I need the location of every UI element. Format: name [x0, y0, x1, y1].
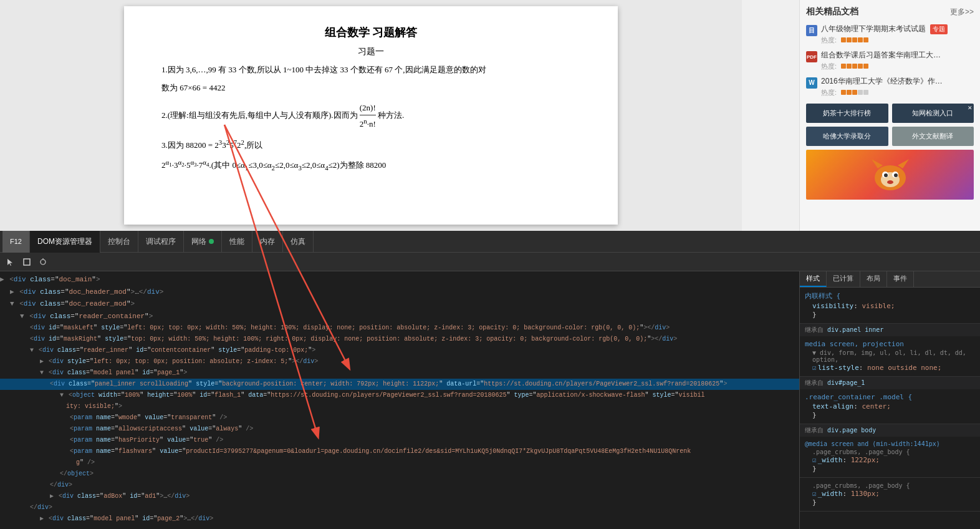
sidebar-promo-image — [806, 150, 974, 200]
document-page: 组合数学 习题解答 习题一 1.因为 3,6,…,99 有 33 个数,所以从 … — [124, 6, 618, 225]
dom-line-15b: g" /> — [0, 457, 799, 468]
tab-dom[interactable]: DOM资源管理器 — [30, 231, 100, 253]
square-icon[interactable] — [21, 256, 32, 268]
dom-line-6[interactable]: <div id="maskRight" style="top: 0px; wid… — [0, 334, 799, 345]
related-doc-3[interactable]: W 2016华南理工大学《经济数学》作… 热度: — [806, 76, 974, 97]
doc-para-4: 3.因为 88200 = 23325722,所以 — [161, 137, 580, 153]
dom-line-10[interactable]: <div class="panel_inner scrollLoading" s… — [0, 379, 799, 390]
media-rule-header: media screen, projection — [805, 340, 975, 348]
cursor-icon[interactable] — [5, 256, 16, 268]
styles-tab-styles[interactable]: 样式 — [800, 271, 827, 287]
svg-marker-2 — [898, 159, 909, 168]
devtools-content: ▶ <div class="doc_main"> ▶ <div class="d… — [0, 271, 980, 529]
ad-banner-1[interactable]: 奶茶十大排行榜 — [806, 104, 888, 123]
styles-tab-events[interactable]: 事件 — [887, 271, 914, 287]
dom-line-11[interactable]: ▼ <object width="100%" height="100%" id=… — [0, 390, 799, 401]
heat-bar-1 — [841, 37, 868, 42]
related-doc-1[interactable]: 目 八年级物理下学期期末考试试题 专题 热度: — [806, 24, 974, 45]
dom-line-18[interactable]: ▶ <div class="adBox" id="ad1">…</div> — [0, 491, 799, 502]
network-dot — [209, 239, 214, 244]
dom-line-19[interactable]: </div> — [0, 502, 799, 513]
dom-line-9[interactable]: ▼ <div class="model panel" id="page_1"> — [0, 367, 799, 379]
right-sidebar: 相关精品文档 更多>> 目 八年级物理下学期期末考试试题 专题 热度: — [799, 0, 980, 231]
styles-section-inline: 内联样式 { visibility: visible; } — [800, 288, 980, 324]
tab-f12[interactable]: F12 — [2, 231, 30, 253]
doc-icon-1: 目 — [806, 25, 817, 36]
doc-heat-3: 热度: — [821, 88, 974, 97]
inherited-label-3: 继承自 div.page body — [800, 424, 980, 437]
style-prop-close: } — [805, 311, 975, 319]
heat-bar-3 — [841, 90, 868, 95]
dom-line-1[interactable]: ▶ <div class="doc_main"> — [0, 274, 799, 286]
doc-title-1: 八年级物理下学期期末考试试题 专题 — [821, 24, 974, 34]
ad-banners: 奶茶十大排行榜 知网检测入口✕ 哈佛大学录取分 外文文献翻译 — [806, 104, 974, 146]
dom-line-3[interactable]: ▼ <div class="doc_reader_mod"> — [0, 298, 799, 311]
styles-section-reader: .reader_container .model { text-align: c… — [800, 389, 980, 424]
styles-section-media2: @media screen and (min-width:1441px) .pa… — [800, 437, 980, 478]
doc-title: 组合数学 习题解答 — [161, 25, 580, 40]
reader-rule-header: .reader_container .model { — [805, 393, 975, 401]
doc-para-3: 2.(理解:组与组没有先后,每组中人与人没有顺序).因而为 (2n)!2n·n!… — [161, 100, 580, 132]
tab-emulation[interactable]: 仿真 — [283, 231, 314, 253]
tab-debugger[interactable]: 调试程序 — [138, 231, 184, 253]
svg-point-7 — [894, 173, 898, 177]
sidebar-title: 相关精品文档 — [806, 6, 858, 17]
tab-memory[interactable]: 内存 — [252, 231, 283, 253]
dom-line-14[interactable]: <param name="hasPriority" value="true" /… — [0, 435, 799, 446]
svg-point-6 — [884, 173, 888, 177]
heat-bar-2 — [841, 64, 868, 69]
doc-subtitle: 习题一 — [161, 46, 580, 57]
svg-marker-1 — [872, 159, 883, 168]
style-prop-list: ☑list-style: none outside none; — [805, 364, 975, 372]
dom-line-4[interactable]: ▼ <div class="reader_container"> — [0, 311, 799, 323]
inline-style-header: 内联样式 { — [805, 291, 975, 301]
styles-tab-layout[interactable]: 布局 — [860, 271, 887, 287]
doc-content: 1.因为 3,6,…,99 有 33 个数,所以从 1~100 中去掉这 33 … — [161, 62, 580, 174]
devtools-tab-bar: F12 DOM资源管理器 控制台 调试程序 网络 性能 内存 仿真 — [0, 231, 980, 253]
styles-tab-computed[interactable]: 已计算 — [827, 271, 860, 287]
inherited-label-1: 继承自 div.panel inner — [800, 324, 980, 336]
style-prop-width1: ☑_width: 1222px; — [805, 456, 975, 464]
dom-line-16[interactable]: </object> — [0, 468, 799, 480]
ad-banner-4[interactable]: 外文文献翻译 — [892, 127, 974, 146]
sidebar-more-link[interactable]: 更多>> — [950, 7, 974, 17]
devtools-panel: F12 DOM资源管理器 控制台 调试程序 网络 性能 内存 仿真 — [0, 231, 980, 529]
svg-point-11 — [41, 260, 46, 264]
dom-line-17[interactable]: </div> — [0, 480, 799, 491]
tab-network[interactable]: 网络 — [184, 231, 222, 253]
dom-line-20[interactable]: ▶ <div class="model panel" id="page_2">…… — [0, 513, 799, 525]
doc-icon-2: PDF — [806, 51, 817, 62]
style-prop-visibility: visibility: visible; — [805, 302, 975, 310]
svg-point-8 — [887, 180, 893, 184]
media2-rule-header: @media screen and (min-width:1441px) — [805, 440, 975, 447]
styles-section-media3: .page_crubms, .page_body { ☑_width: 1130… — [800, 478, 980, 512]
doc-para-2: 数为 67×66 = 4422 — [161, 80, 580, 95]
doc-para-5: 2α1·3α2·5α3·7α4.(其中 0≤α1≤3,0≤α2≤2,0≤α3≤2… — [161, 157, 580, 174]
related-doc-2[interactable]: PDF 组合数学课后习题答案华南理工大… 热度: — [806, 50, 974, 71]
dom-panel[interactable]: ▶ <div class="doc_main"> ▶ <div class="d… — [0, 271, 799, 529]
dom-line-11b: ity: visible;"> — [0, 401, 799, 412]
ad-banner-2[interactable]: 知网检测入口✕ — [892, 104, 974, 123]
dom-line-5[interactable]: <div id="maskLeft" style="left: 0px; top… — [0, 323, 799, 334]
sidebar-header: 相关精品文档 更多>> — [806, 6, 974, 17]
dom-line-8[interactable]: ▶ <div style="left: 0px; top: 0px; posit… — [0, 356, 799, 367]
styles-panel: 样式 已计算 布局 事件 内联样式 { visibility: visible;… — [799, 271, 980, 529]
dom-line-2[interactable]: ▶ <div class="doc_header_mod">…</div> — [0, 286, 799, 299]
dom-line-13[interactable]: <param name="allowscriptaccess" value="a… — [0, 424, 799, 435]
svg-rect-10 — [24, 259, 30, 265]
styles-section-media: media screen, projection ▼ div, form, im… — [800, 336, 980, 377]
dom-line-7[interactable]: ▼ <div class="reader_inner" id="contentc… — [0, 345, 799, 356]
tab-performance[interactable]: 性能 — [222, 231, 252, 253]
ad-banner-3[interactable]: 哈佛大学录取分 — [806, 127, 888, 146]
tab-console[interactable]: 控制台 — [100, 231, 138, 253]
doc-title-2: 组合数学课后习题答案华南理工大… — [821, 50, 974, 61]
devtools-toolbar — [0, 253, 980, 271]
doc-badge-1: 专题 — [930, 24, 948, 34]
doc-heat-1: 热度: — [821, 36, 974, 45]
eyedropper-icon[interactable] — [37, 256, 49, 268]
dom-line-12[interactable]: <param name="wmode" value="transparent" … — [0, 412, 799, 424]
doc-title-3: 2016华南理工大学《经济数学》作… — [821, 76, 974, 87]
doc-heat-2: 热度: — [821, 62, 974, 71]
document-area: 组合数学 习题解答 习题一 1.因为 3,6,…,99 有 33 个数,所以从 … — [0, 0, 742, 231]
dom-line-15[interactable]: <param name="flashvars" value="productId… — [0, 446, 799, 457]
